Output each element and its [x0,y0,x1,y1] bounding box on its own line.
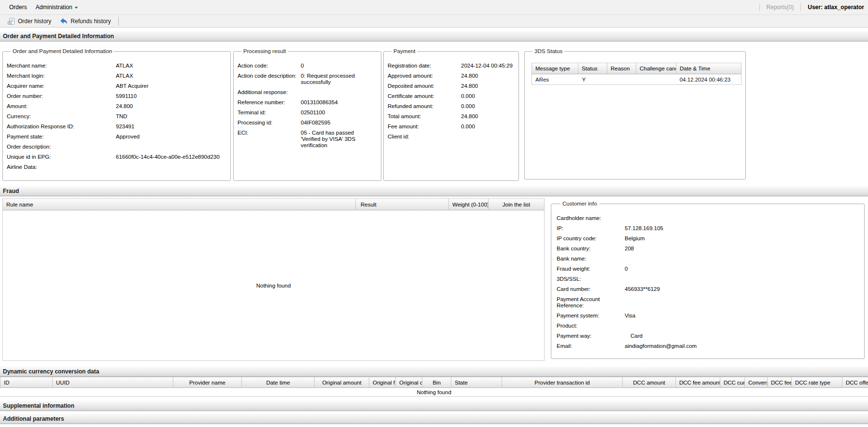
column-header: Provider transaction id [502,377,623,388]
threeds-table-row: ARes Y 04.12.2024 00:46:23 [532,74,742,85]
dcc-table: ID UUID Provider name Date time Original… [0,377,868,397]
column-header: ID [0,377,53,388]
column-header: State [451,377,502,388]
processing-result-panel: Processing result Action code:0 Action c… [233,48,381,181]
auth-response-id-value: 923491 [116,124,134,130]
fraud-table-header: Rule name Result Weight (0-100) Join the… [2,198,545,210]
field-row: Order description: [7,144,226,150]
refunds-history-button[interactable]: Refunds history [56,16,115,27]
section-header-dcc: Dynamic currency conversion data [0,366,868,377]
order-info-panel: Order and Payment Detailed Information M… [2,48,231,181]
refunds-history-label: Refunds history [70,18,111,25]
separator [800,3,801,11]
column-header: Date & Time [676,63,742,74]
field-row: Certificate amount:0.000 [388,93,515,99]
section-header-fraud: Fraud [0,186,868,196]
field-row: Amount:24.800 [7,103,226,110]
column-header: Weight (0-100) [449,198,489,210]
column-header: Message type [532,63,578,74]
datetime-cell: 04.12.2024 00:46:23 [676,74,741,84]
column-header: UUID [53,377,173,388]
customer-info-panel: Customer info Cardholder name: IP:57.128… [551,201,865,359]
menu-bar-right: Reports(0) User: atlax_operator [753,0,868,14]
field-row: Card number:456933**6129 [557,286,860,292]
bank-country-value: 208 [625,246,634,252]
field-row: IP country code:Belgium [557,235,860,242]
column-header: Challenge cancel [636,63,676,74]
approved-amount-value: 24.800 [461,73,478,79]
column-header: DCC amount [623,377,676,388]
field-row: Bank name: [557,256,860,262]
section-header-additional-parameters: Additional parameters [0,413,868,424]
field-row: Terminal id:02501100 [238,110,377,116]
payment-way-value: Card [625,333,643,339]
action-code-value: 0 [301,63,304,69]
deposited-amount-value: 24.800 [461,83,478,89]
column-header: DCC curr [720,377,745,388]
action-code-description-value: 0: Request processed successfully [301,73,364,85]
merchant-login-value: ATLAX [116,73,133,79]
field-row: Email:aindiagformation@gmail.com [557,343,860,349]
challenge-cancel-cell [636,74,676,84]
section-title: Additional parameters [3,415,64,422]
processing-result-legend: Processing result [241,48,288,54]
refunded-amount-value: 0.000 [461,103,475,110]
order-history-label: Order history [18,18,51,25]
customer-info-legend: Customer info [560,201,599,207]
certificate-amount-value: 0.000 [461,93,475,99]
field-row: Total amount:24.800 [388,113,515,120]
column-header: DCC offer [842,377,868,388]
section-title: Supplemental information [3,402,74,409]
menu-item-orders[interactable]: Orders [5,4,31,11]
menu-bar: Orders Administration Reports(0) User: a… [0,0,868,15]
field-row: Airline Data: [7,164,226,170]
amount-value: 24.800 [116,103,133,110]
field-row: Order number:5991110 [7,93,226,99]
administration-menu-label: Administration [36,4,72,11]
column-header: Original amount [315,377,369,388]
field-row: Bank country:208 [557,246,860,252]
column-header: Join the list [489,198,545,210]
message-type-cell: ARes [532,74,579,84]
acquirer-name-value: ABT Acquirer [116,83,149,89]
status-cell: Y [579,74,608,84]
menu-item-administration[interactable]: Administration [31,4,82,11]
order-history-button[interactable]: Order history [3,16,56,27]
current-user-label: User: atlax_operator [808,4,864,11]
column-header: Date time [242,377,315,388]
dcc-table-empty-state: Nothing found [0,388,868,397]
column-header: Result [356,198,449,210]
order-detail-page: Orders Administration Reports(0) User: a… [0,0,868,427]
reports-link[interactable]: Reports(0) [767,4,794,11]
ip-value: 57.128.169.105 [625,225,663,232]
payment-state-value: Approved [116,134,140,140]
chevron-down-icon [75,7,78,9]
field-row: Product: [557,323,860,329]
field-row: Acquirer name:ABT Acquirer [7,83,226,89]
column-header: Conversi [745,377,768,388]
ip-country-code-value: Belgium [625,235,645,242]
column-header: Rule name [2,198,356,210]
toolbar: Order history Refunds history [0,15,868,28]
field-row: IP:57.128.169.105 [557,225,860,232]
email-value: aindiagformation@gmail.com [625,343,697,349]
field-row: Deposited amount:24.800 [388,83,515,89]
section-title: Fraud [3,188,19,194]
field-row: Registration date:2024-12-04 00:45:29 [388,63,515,69]
dcc-table-header: ID UUID Provider name Date time Original… [0,377,868,388]
fraud-weight-value: 0 [625,266,628,272]
column-header: Status [578,63,607,74]
field-row: Refunded amount:0.000 [388,103,515,110]
fee-amount-value: 0.000 [461,124,475,130]
eci-value: 05 - Card has passed 'Verified by VISA' … [301,130,364,149]
field-row: ECI:05 - Card has passed 'Verified by VI… [238,130,377,149]
field-row: Unique id in EPG:61660f0c-14c4-40ce-a00e… [7,154,226,160]
field-row: Reference number:001310086354 [238,99,377,106]
field-row: Cardholder name: [557,215,860,221]
order-number-value: 5991110 [116,93,137,99]
order-history-icon [7,17,15,25]
column-header: Original c [396,377,422,388]
threeds-table: Message type Status Reason Challenge can… [532,63,742,85]
separator [118,17,119,26]
reason-cell [607,74,636,84]
